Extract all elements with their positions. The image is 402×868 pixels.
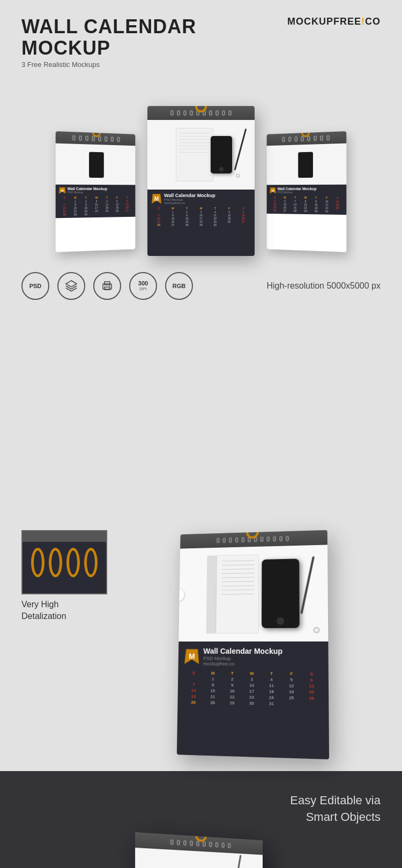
dc: F [322,196,332,199]
d: 30 [80,213,91,216]
brand-row-right: M Wall Calendar Mockup PSD Mockup [270,187,343,194]
d: 14 [184,688,203,693]
sd [203,841,206,847]
d: 19 [281,689,302,695]
dc: T [311,196,322,199]
badge-dpi-val: 300 [138,281,148,286]
mockup-dark-container: M Wall Calenda PSD Mockup mockupfree.co … [21,836,381,868]
cal-white-large: ‹ [178,545,328,641]
sd [190,840,193,846]
sd [235,537,239,542]
d: 16 [222,689,242,694]
spiral-dot [72,135,76,141]
spiral-dot [79,135,82,141]
notebook-large [206,554,259,633]
spiral-dot [117,137,120,142]
svg-marker-0 [66,281,77,287]
d: 7 [184,682,204,687]
notebook-binding [206,556,217,633]
sd [222,538,226,543]
header: WALL CALENDAR MOCKUP 3 Free Realistic Mo… [21,16,381,69]
gh-right: S M T W T F S [270,196,343,200]
sd [266,537,270,542]
d: 8 [203,682,222,687]
sd [228,110,232,116]
spiral-dot [92,136,95,141]
spiral-bar-bg [23,531,106,542]
d [332,210,343,213]
d: 26 [270,209,280,212]
d: 20 [302,689,322,695]
spiral-top-center [147,106,255,120]
subtitle: 3 Free Realistic Mockups [21,61,287,69]
d: 17 [242,689,262,694]
brand-m-right: M [270,187,276,194]
resolution-text: High-resolution 5000x5000 px [266,281,381,291]
cal-dark-large: M Wall Calendar Mockup PSD Mockup mockup… [177,641,329,759]
d [112,213,122,216]
spiral-ring-dark [195,832,207,842]
brand-text-right: Wall Calendar Mockup PSD Mockup [278,187,317,194]
sd [301,136,304,141]
brand-url-center: mockupfree.co [164,201,215,205]
dlc: T [222,671,242,676]
line [180,133,210,133]
d [281,701,302,707]
d: 22 [222,695,242,700]
d: 24 [262,695,281,700]
day-s2: S [122,196,132,199]
dc: W [300,196,311,199]
nav-arrow-left[interactable]: ‹ [178,588,184,601]
d: 3 [242,677,262,682]
dlc: M [203,670,222,675]
d [222,223,236,227]
sd [241,537,244,542]
day-t: T [80,196,91,199]
day-f: F [112,196,122,199]
ring2 [49,548,62,577]
dc: F [222,207,236,210]
nl [221,581,254,582]
nl [222,569,255,570]
nl [221,590,254,591]
spiral-dot [98,136,101,141]
dc: M [280,196,290,199]
d: 15 [203,688,222,693]
ring1 [31,548,44,577]
brand-url-large: mockupfree.co [203,661,282,667]
week5-left: 28 29 30 [59,212,132,216]
pen-large [300,556,315,614]
detail-label: Very HighDetalization [21,599,107,623]
sd [170,110,174,116]
spiral-dot [105,137,108,142]
d [122,212,132,215]
sd [279,536,282,541]
svg-rect-3 [105,287,110,290]
sd [190,110,193,116]
d [91,213,102,216]
sd [288,137,292,142]
badges-row: PSD 300 DPI RGB High-resolution 5000x500… [21,272,381,300]
badge-print [93,272,121,300]
badge-layers [57,272,85,300]
day-s: S [59,196,70,199]
d: 5 [281,677,301,683]
lw5: 26 28 29 30 31 [184,700,322,707]
main-title: WALL CALENDAR MOCKUP [21,16,287,58]
detail-box: Very HighDetalization [21,530,107,623]
title-block: WALL CALENDAR MOCKUP 3 Free Realistic Mo… [21,16,287,69]
sd [294,137,297,142]
dlc: S [184,670,204,675]
sd [177,110,180,116]
svg-point-4 [109,285,110,286]
sd [183,110,187,116]
notebook [176,128,213,182]
grid-header-left: S M T W T F S [59,196,132,200]
badge-dpi: 300 DPI [129,272,157,300]
brand-name-large: Wall Calendar Mockup [203,647,282,656]
mockup-large-right: ‹ [123,530,381,755]
badge-rgb: RGB [165,272,193,300]
dc: W [194,207,208,210]
editable-text: Easy Editable viaSmart Objects [21,792,381,826]
sd [170,839,174,845]
